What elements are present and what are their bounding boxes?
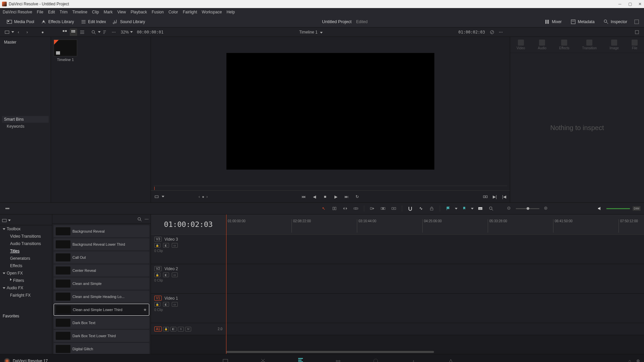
- menu-color[interactable]: Color: [168, 10, 178, 14]
- effects-library-toggle[interactable]: Effects Library: [38, 19, 77, 24]
- menu-help[interactable]: Help: [226, 10, 235, 14]
- metadata-toggle[interactable]: Metadata: [567, 19, 598, 24]
- favorite-star-icon[interactable]: ★: [143, 307, 147, 312]
- timeline-name[interactable]: Timeline 1: [299, 30, 318, 35]
- prev-button[interactable]: ‹: [15, 28, 22, 36]
- track-header[interactable]: V3Video 3 🔒◧▭ 0 Clip: [151, 235, 226, 264]
- lock-icon[interactable]: 🔒: [154, 273, 160, 277]
- timeline-playhead[interactable]: [226, 215, 226, 354]
- page-media[interactable]: [222, 357, 229, 362]
- fx-tree-effects[interactable]: Effects: [0, 262, 52, 269]
- bin-dropdown-icon[interactable]: [11, 31, 14, 33]
- fx-item[interactable]: Center Reveal: [54, 264, 149, 277]
- options-button[interactable]: ⋯: [110, 28, 117, 36]
- nav-next-icon[interactable]: ›: [206, 194, 208, 199]
- page-cut[interactable]: [259, 357, 267, 362]
- fx-panel-dropdown-icon[interactable]: [8, 220, 11, 221]
- menu-fairlight[interactable]: Fairlight: [183, 10, 197, 14]
- track-id-badge[interactable]: V2: [154, 266, 162, 271]
- disable-icon[interactable]: ▭: [172, 273, 178, 277]
- selection-tool[interactable]: ↖: [320, 204, 328, 213]
- thumbnail-view-button[interactable]: [61, 28, 68, 36]
- master-bin[interactable]: Master: [2, 39, 49, 46]
- page-fusion[interactable]: [334, 357, 342, 362]
- auto-select-icon[interactable]: ◧: [163, 302, 169, 307]
- lock-icon[interactable]: 🔒: [154, 243, 160, 248]
- window-close-button[interactable]: ✕: [638, 2, 642, 6]
- fx-item[interactable]: Digital Glitch: [54, 343, 149, 354]
- inspector-tab-transition[interactable]: Transition: [582, 40, 597, 50]
- blade-tool[interactable]: [352, 204, 360, 213]
- page-fairlight[interactable]: ♪: [410, 357, 417, 362]
- fx-item[interactable]: Dark Box Text: [54, 317, 149, 329]
- full-screen-toggle[interactable]: [633, 19, 641, 24]
- match-frame-button[interactable]: [154, 194, 160, 200]
- inspector-tab-effects[interactable]: Effects: [559, 40, 569, 50]
- flag-button[interactable]: [444, 204, 452, 213]
- viewer-zoom[interactable]: 32%: [121, 30, 129, 35]
- viewer-options-button[interactable]: ⋯: [497, 28, 504, 36]
- fx-item[interactable]: Dark Box Text Lower Third: [54, 330, 149, 342]
- fx-tree-favorites[interactable]: Favorites: [0, 312, 52, 320]
- list-view-button[interactable]: [78, 28, 86, 36]
- overwrite-button[interactable]: [379, 204, 387, 213]
- fx-tree-generators[interactable]: Generators: [0, 255, 52, 262]
- zoom-out-button[interactable]: [505, 204, 513, 213]
- menu-fusion[interactable]: Fusion: [152, 10, 164, 14]
- dynamic-trim-tool[interactable]: [341, 204, 349, 213]
- zoom-in-button[interactable]: [542, 204, 550, 213]
- disable-icon[interactable]: ▭: [172, 302, 178, 307]
- timeline-view-button[interactable]: [3, 204, 11, 213]
- inspector-tab-audio[interactable]: Audio: [538, 40, 546, 50]
- timeline-timecode[interactable]: 01:00:02:03: [151, 215, 226, 234]
- marker-button[interactable]: [460, 204, 468, 213]
- page-edit[interactable]: [297, 357, 304, 362]
- smart-bins-header[interactable]: Smart Bins: [2, 116, 49, 123]
- inspector-tab-file[interactable]: File: [632, 40, 638, 50]
- viewer-scrubber[interactable]: [154, 186, 507, 190]
- page-deliver[interactable]: [447, 357, 454, 362]
- lock-button[interactable]: [428, 204, 436, 213]
- sort-button[interactable]: [101, 28, 109, 36]
- fx-tree-audio-transitions[interactable]: Audio Transitions: [0, 240, 52, 247]
- fx-tree-fairlight[interactable]: Fairlight FX: [0, 292, 52, 299]
- audio-track-badge[interactable]: A1: [154, 326, 162, 331]
- track-body[interactable]: [226, 235, 644, 264]
- fx-tree-titles[interactable]: Titles: [0, 247, 52, 255]
- scrubber-playhead[interactable]: [154, 187, 155, 190]
- audio-track-body[interactable]: [226, 323, 644, 335]
- track-id-badge[interactable]: V1: [154, 296, 162, 301]
- first-frame-button[interactable]: ⏮: [301, 194, 307, 200]
- fx-tree-filters[interactable]: Filters: [0, 277, 52, 284]
- home-button[interactable]: ⌂: [629, 359, 631, 362]
- zoom-dropdown-icon[interactable]: [130, 31, 133, 33]
- inspector-tab-image[interactable]: Image: [609, 40, 619, 50]
- timeline-clip-thumbnail[interactable]: [54, 40, 77, 56]
- subtitle-button[interactable]: [476, 204, 484, 213]
- track-header[interactable]: V2Video 2 🔒◧▭ 0 Clip: [151, 264, 226, 293]
- dual-viewer-button[interactable]: [482, 194, 488, 200]
- replace-button[interactable]: [390, 204, 398, 213]
- dim-button[interactable]: DIM: [633, 206, 641, 211]
- timeline-dropdown-icon[interactable]: [320, 32, 323, 34]
- expand-button[interactable]: [633, 28, 641, 36]
- snap-button[interactable]: [406, 204, 414, 213]
- trim-tool[interactable]: [330, 204, 338, 213]
- insert-button[interactable]: [368, 204, 376, 213]
- menu-playback[interactable]: Playback: [130, 10, 147, 14]
- match-dropdown-icon[interactable]: [162, 196, 164, 197]
- fx-panel-button[interactable]: [2, 218, 7, 223]
- fx-item[interactable]: Call Out: [54, 251, 149, 263]
- track-id-badge[interactable]: V3: [154, 237, 162, 242]
- fx-item[interactable]: Clean and Simple Heading Lo...: [54, 291, 149, 303]
- disable-icon[interactable]: ▭: [172, 243, 178, 248]
- page-color[interactable]: [372, 357, 379, 362]
- fx-item[interactable]: Clean and Simple: [54, 278, 149, 290]
- loop-button[interactable]: ↻: [354, 194, 360, 200]
- smart-bin-keywords[interactable]: Keywords: [2, 123, 49, 130]
- media-pool-toggle[interactable]: Media Pool: [3, 19, 38, 24]
- fx-search-button[interactable]: [137, 217, 142, 222]
- menu-edit[interactable]: Edit: [48, 10, 55, 14]
- window-minimize-button[interactable]: ─: [618, 2, 622, 6]
- auto-select-icon[interactable]: ◧: [163, 273, 169, 277]
